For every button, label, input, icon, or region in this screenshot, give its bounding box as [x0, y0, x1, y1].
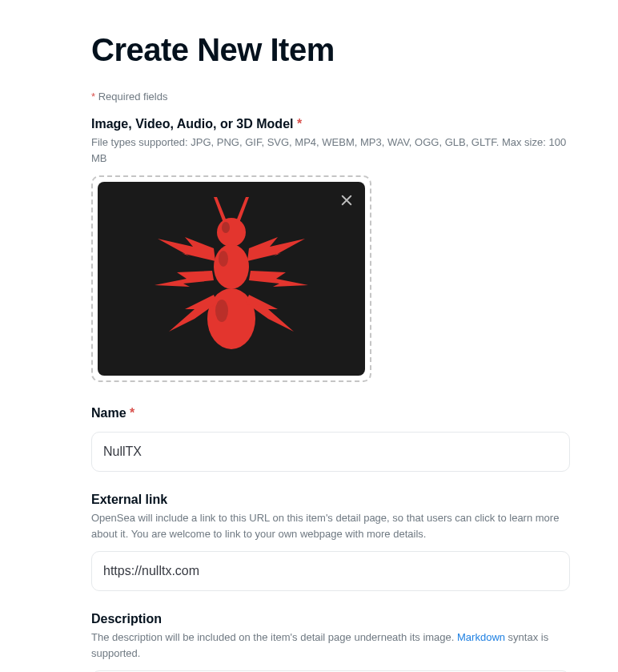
description-hint-pre: The description will be included on the …	[91, 631, 457, 643]
ant-icon	[151, 191, 311, 367]
name-label-text: Name	[91, 406, 126, 420]
markdown-link[interactable]: Markdown	[457, 631, 505, 643]
media-label-text: Image, Video, Audio, or 3D Model	[91, 117, 293, 131]
required-fields-note: * Required fields	[91, 91, 572, 103]
external-link-input[interactable]	[91, 551, 570, 591]
svg-point-4	[219, 251, 228, 267]
external-link-label: External link	[91, 493, 572, 507]
page-title: Create New Item	[91, 32, 572, 68]
media-hint: File types supported: JPG, PNG, GIF, SVG…	[91, 135, 572, 166]
name-input[interactable]	[91, 432, 570, 472]
description-hint: The description will be included on the …	[91, 630, 572, 661]
description-section: Description The description will be incl…	[91, 612, 572, 672]
remove-media-button[interactable]	[338, 191, 355, 209]
media-label: Image, Video, Audio, or 3D Model *	[91, 117, 572, 131]
svg-point-5	[215, 300, 228, 322]
svg-point-1	[214, 244, 249, 289]
media-preview	[98, 182, 365, 376]
svg-point-3	[222, 222, 230, 233]
close-icon	[339, 193, 354, 207]
required-note-text: Required fields	[95, 91, 167, 103]
svg-point-0	[217, 218, 246, 247]
required-asterisk: *	[130, 406, 134, 420]
name-label: Name *	[91, 406, 572, 421]
name-section: Name *	[91, 406, 572, 472]
description-label: Description	[91, 612, 572, 626]
external-link-section: External link OpenSea will include a lin…	[91, 493, 572, 591]
media-section: Image, Video, Audio, or 3D Model * File …	[91, 117, 572, 382]
required-asterisk: *	[297, 117, 302, 131]
external-link-hint: OpenSea will include a link to this URL …	[91, 510, 572, 541]
media-dropzone[interactable]	[91, 175, 371, 382]
